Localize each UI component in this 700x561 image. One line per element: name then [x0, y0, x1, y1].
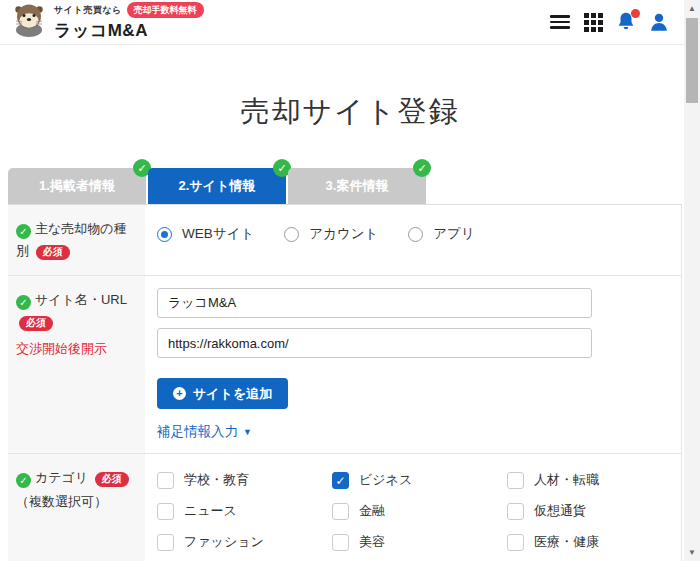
checkbox-icon: [157, 503, 174, 520]
checkbox-icon: [157, 472, 174, 489]
menu-icon[interactable]: [549, 11, 571, 33]
sale-type-label: 主な売却物の種別 必須: [8, 205, 145, 275]
form-row-site-name-url: サイト名・URL 必須 交渉開始後開示 サイトを追加 補足情報入力: [8, 276, 681, 454]
checkbox-icon: [332, 534, 349, 551]
site-name-url-label: サイト名・URL 必須 交渉開始後開示: [8, 276, 145, 453]
scroll-down-arrow-icon[interactable]: ▼: [684, 548, 700, 557]
page-title: 売却サイト登録: [0, 45, 700, 132]
check-icon: [16, 224, 31, 239]
radio-option-app[interactable]: アプリ: [408, 225, 474, 243]
checkbox-icon: [507, 534, 524, 551]
category-checkbox-item[interactable]: 仮想通貨: [507, 502, 681, 520]
app-header: サイト売買なら 売却手数料無料 ラッコM&A: [0, 0, 700, 45]
checkbox-icon: [157, 534, 174, 551]
brand-name: ラッコM&A: [54, 19, 204, 42]
scrollbar-thumb[interactable]: [686, 18, 698, 103]
category-checkbox-item[interactable]: ビジネス: [332, 471, 507, 489]
check-icon: [16, 473, 31, 488]
check-badge-icon: [413, 159, 431, 177]
chevron-down-icon: [243, 427, 252, 437]
sale-type-radio-group: WEBサイト アカウント アプリ: [157, 225, 681, 243]
category-checkbox-item[interactable]: ニュース: [157, 502, 332, 520]
notification-dot: [631, 9, 640, 18]
header-icons: [549, 11, 670, 33]
radio-option-account[interactable]: アカウント: [284, 225, 378, 243]
category-checkbox-item[interactable]: 金融: [332, 502, 507, 520]
category-label: カテゴリ 必須 （複数選択可）: [8, 454, 145, 561]
disclosure-note: 交渉開始後開示: [16, 338, 137, 360]
apps-grid-icon[interactable]: [582, 11, 604, 33]
vertical-scrollbar[interactable]: ▲ ▼: [684, 0, 700, 561]
site-info-form: 主な売却物の種別 必須 WEBサイト アカウント アプリ: [8, 204, 682, 561]
category-checkbox-item[interactable]: 美容: [332, 533, 507, 551]
radio-icon: [408, 227, 423, 242]
checkbox-icon: [507, 503, 524, 520]
fee-free-badge: 売却手数料無料: [127, 2, 204, 18]
tab-deal-info[interactable]: 3.案件情報: [288, 168, 426, 204]
category-sublabel: （複数選択可）: [16, 491, 137, 513]
form-row-category: カテゴリ 必須 （複数選択可） 学校・教育 ビジネス 人材・転職: [8, 454, 681, 561]
radio-icon: [284, 227, 299, 242]
category-checkbox-grid: 学校・教育 ビジネス 人材・転職 ニュース 金融: [157, 471, 681, 561]
checkbox-icon: [332, 503, 349, 520]
tab-publisher-info[interactable]: 1.掲載者情報: [8, 168, 146, 204]
add-site-button[interactable]: サイトを追加: [157, 378, 288, 409]
check-icon: [16, 295, 31, 310]
brand-logo[interactable]: サイト売買なら 売却手数料無料 ラッコM&A: [10, 2, 204, 42]
form-row-sale-type: 主な売却物の種別 必須 WEBサイト アカウント アプリ: [8, 205, 681, 276]
required-badge: 必須: [95, 472, 129, 487]
category-checkbox-item[interactable]: 医療・健康: [507, 533, 681, 551]
scroll-up-arrow-icon[interactable]: ▲: [684, 4, 700, 13]
checkbox-icon: [332, 472, 349, 489]
user-account-icon[interactable]: [648, 11, 670, 33]
site-url-input[interactable]: [157, 328, 592, 358]
category-checkbox-item[interactable]: 人材・転職: [507, 471, 681, 489]
step-tabs: 1.掲載者情報 2.サイト情報 3.案件情報: [8, 168, 700, 204]
tab-site-info[interactable]: 2.サイト情報: [148, 168, 286, 204]
required-badge: 必須: [19, 316, 53, 331]
checkbox-icon: [507, 472, 524, 489]
site-name-input[interactable]: [157, 288, 592, 318]
logo-tagline: サイト売買なら: [54, 4, 122, 17]
plus-circle-icon: [173, 387, 186, 400]
notification-bell-icon[interactable]: [615, 11, 637, 33]
otter-mascot-icon: [10, 3, 48, 41]
category-checkbox-item[interactable]: ファッション: [157, 533, 332, 551]
category-checkbox-item[interactable]: 学校・教育: [157, 471, 332, 489]
supplement-info-link[interactable]: 補足情報入力: [157, 423, 252, 441]
required-badge: 必須: [36, 245, 70, 260]
radio-option-website[interactable]: WEBサイト: [157, 225, 254, 243]
radio-icon: [157, 227, 172, 242]
